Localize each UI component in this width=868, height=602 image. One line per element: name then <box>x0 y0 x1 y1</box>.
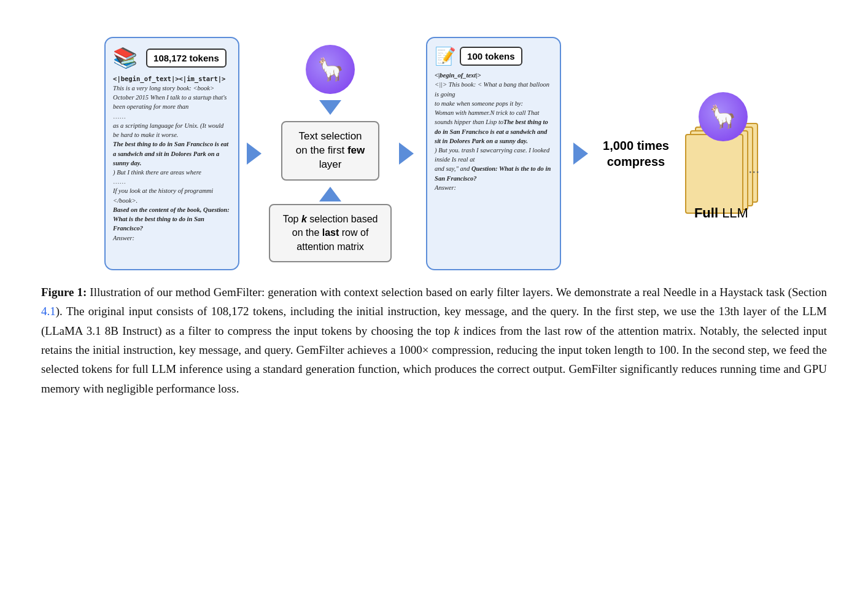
arrow-right-2-icon <box>399 143 414 165</box>
output-context-box: 📝 100 tokens <|begin_of_text|> <||> This… <box>426 37 561 270</box>
arrow-right-3-icon <box>573 143 588 165</box>
arrow-to-full-llm <box>570 143 592 165</box>
text-selection-box: Text selectionon the first few layer <box>281 121 379 181</box>
top-k-label: Top k selection basedon the last row ofa… <box>283 214 378 252</box>
figure-label: Figure 1: <box>41 286 87 299</box>
text-selection-label: Text selectionon the first few layer <box>296 130 365 170</box>
page-1 <box>685 134 743 214</box>
input-token-badge: 108,172 tokens <box>146 49 227 68</box>
diagram-row: 📚 108,172 tokens <|begin_of_text|><|im_s… <box>43 37 825 270</box>
caption-times: × <box>422 343 429 356</box>
output-text-content: <|begin_of_text|> <||> This book: < What… <box>435 71 552 192</box>
arrow-right-icon <box>247 143 262 165</box>
compress-label-area: 1,000 times compress <box>599 138 673 170</box>
compress-label: 1,000 times compress <box>603 138 669 170</box>
input-context-box: 📚 108,172 tokens <|begin_of_text|><|im_s… <box>104 37 239 270</box>
input-text-content: <|begin_of_text|><|im_start|> This is a … <box>113 74 231 243</box>
caption-link[interactable]: 4.1 <box>41 305 56 318</box>
top-k-selection-box: Top k selection basedon the last row ofa… <box>269 204 392 262</box>
book-icon: 📚 <box>113 44 138 72</box>
arrow-up-icon <box>319 187 341 201</box>
llama-full-icon: 🦙 <box>699 92 748 141</box>
full-llm-text: Full LLM <box>681 205 761 221</box>
output-token-badge: 100 tokens <box>460 47 522 66</box>
input-token-row: 📚 108,172 tokens <box>113 44 231 72</box>
full-llm-section: 🦙 • • • Full LLM <box>681 86 761 221</box>
llama-model-icon: 🦙 <box>306 45 355 94</box>
caption-text-1: Illustration of our method GemFilter: ge… <box>87 286 827 299</box>
arrow-down-icon <box>319 100 341 115</box>
arrow-to-middle <box>243 143 265 165</box>
arrow-to-output <box>395 143 417 165</box>
figure-caption: Figure 1: Illustration of our method Gem… <box>41 283 827 398</box>
output-token-row: 📝 100 tokens <box>435 44 552 68</box>
caption-k-italic: k <box>454 324 459 337</box>
diagram-section: 📚 108,172 tokens <|begin_of_text|><|im_s… <box>37 25 831 283</box>
doc-icon: 📝 <box>435 44 456 68</box>
middle-column: 🦙 Text selectionon the first few layer T… <box>269 45 392 262</box>
dots-decoration: • • • <box>749 169 759 176</box>
compress-text: 1,000 times compress <box>603 139 669 168</box>
